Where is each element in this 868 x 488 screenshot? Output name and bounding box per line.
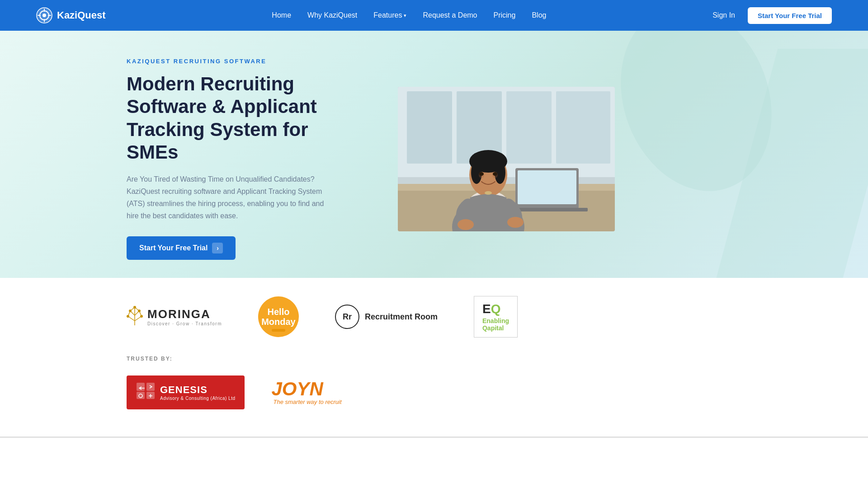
eq-qapital: Qapital [482,324,504,332]
joyn-name: JOYN [272,380,342,399]
genesis-sub: Advisory & Consulting (Africa) Ltd [160,396,236,401]
logo-icon [36,7,52,23]
trusted-label: TRUSTED BY: [127,356,814,362]
nav-pricing[interactable]: Pricing [494,11,516,19]
free-trial-button-nav[interactable]: Start Your Free Trial [748,7,832,24]
footer-divider [0,436,868,438]
eq-logo: E Q Enabling Qapital [474,296,518,338]
moringa-text: MORINGA Discover · Grow · Transform [147,307,222,326]
nav-demo[interactable]: Request a Demo [423,11,477,19]
svg-point-27 [479,172,484,176]
hello-monday-line1: Hello [268,307,290,317]
svg-point-29 [485,191,492,195]
svg-point-28 [493,172,497,176]
svg-rect-11 [506,91,552,164]
hero-tag: KAZIQUEST RECRUITING SOFTWARE [127,58,362,65]
svg-line-40 [139,311,142,316]
eq-letter-e: E [482,302,491,316]
svg-rect-9 [407,91,452,164]
svg-rect-12 [556,91,610,164]
trusted-logos: GENESIS Advisory & Consulting (Africa) L… [127,375,814,409]
chevron-down-icon: ▾ [404,13,406,19]
signin-link[interactable]: Sign In [712,11,735,19]
logo-text: KaziQuest [57,9,106,21]
svg-rect-46 [137,383,145,391]
svg-line-45 [135,316,142,321]
moringa-logo: MORINGA Discover · Grow · Transform [127,305,222,328]
eq-sub: Enabling Qapital [482,317,509,332]
joyn-tagline: The smarter way to recruit [274,399,342,405]
svg-line-39 [128,311,130,316]
nav-why[interactable]: Why KaziQuest [307,11,357,19]
svg-line-43 [135,311,139,315]
moringa-name: MORINGA [147,307,222,321]
svg-line-37 [130,307,135,311]
svg-line-38 [135,307,139,311]
rr-circle-border: Rr [335,305,359,329]
eq-letter-q: Q [491,302,501,316]
genesis-name: GENESIS [160,384,236,396]
navbar: KaziQuest Home Why KaziQuest Features ▾ … [0,0,868,31]
recruitment-room-logo: Rr Recruitment Room [335,305,438,329]
nav-links: Home Why KaziQuest Features ▾ Request a … [272,11,546,19]
hero-image-svg [398,87,615,231]
rr-initials: Rr [343,312,352,322]
logo-link[interactable]: KaziQuest [36,7,106,23]
nav-features[interactable]: Features ▾ [373,11,406,19]
genesis-icon [136,382,156,403]
moringa-tagline: Discover · Grow · Transform [147,321,222,326]
hero-content: KAZIQUEST RECRUITING SOFTWARE Modern Rec… [127,58,362,260]
nav-home[interactable]: Home [272,11,291,19]
genesis-logo: GENESIS Advisory & Consulting (Africa) L… [127,375,245,409]
genesis-text: GENESIS Advisory & Consulting (Africa) L… [160,384,236,401]
moringa-icon [127,305,143,328]
svg-point-2 [42,14,46,17]
hello-monday-line2: Monday [261,317,296,327]
navbar-right: Sign In Start Your Free Trial [712,7,832,24]
trusted-section: TRUSTED BY: GENESIS Advisory & C [0,347,868,418]
hero-section: KAZIQUEST RECRUITING SOFTWARE Modern Rec… [0,31,868,278]
svg-point-30 [458,219,474,230]
hello-monday-logo: Hello Monday [258,296,299,337]
eq-badge: E Q [482,302,500,316]
hello-monday-notch [272,329,285,332]
nav-blog[interactable]: Blog [532,11,546,19]
svg-rect-16 [518,170,576,204]
svg-rect-47 [146,383,155,391]
hero-image [398,87,615,231]
svg-line-42 [130,311,135,315]
free-trial-button-hero[interactable]: Start Your Free Trial › [127,236,236,260]
rr-name: Recruitment Room [365,312,438,322]
svg-line-44 [128,316,135,321]
svg-rect-14 [398,184,615,191]
joyn-logo: JOYN The smarter way to recruit [272,380,342,405]
hero-description: Are You Tired of Wasting Time on Unquali… [127,173,326,222]
partners-section: MORINGA Discover · Grow · Transform Hell… [0,278,868,347]
svg-point-31 [507,217,524,228]
arrow-icon: › [212,243,223,253]
hero-title: Modern Recruiting Software & Applicant T… [127,73,362,164]
